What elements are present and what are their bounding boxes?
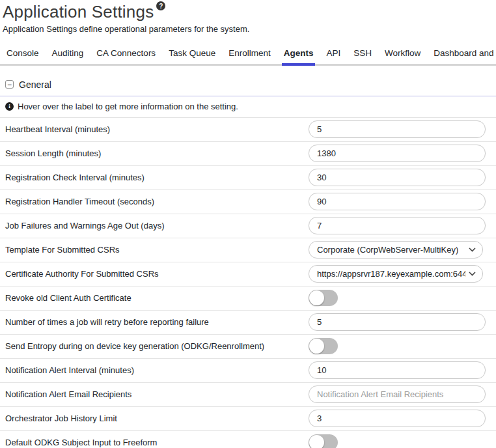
setting-row: Job Failures and Warnings Age Out (days) [0, 214, 496, 238]
setting-row: Notification Alert Email Recipients [0, 383, 496, 407]
application-settings-page: Application Settings? Application Settin… [0, 0, 496, 448]
default-odkg-freeform-toggle[interactable] [309, 434, 338, 448]
chevron-down-icon [469, 247, 476, 252]
page-subtitle: Application Settings define operational … [3, 24, 496, 34]
setting-label: Certificate Authority For Submitted CSRs [5, 269, 309, 279]
registration-check-interval-input[interactable] [309, 169, 486, 186]
revoke-old-client-auth-toggle[interactable] [309, 290, 338, 306]
setting-row: Notification Alert Interval (minutes) [0, 359, 496, 383]
setting-row: Session Length (minutes) [0, 142, 496, 166]
setting-row: Registration Handler Timeout (seconds) [0, 190, 496, 214]
toggle-knob [309, 290, 324, 305]
page-header: Application Settings? [3, 1, 496, 22]
certificate-authority-for-submitted-csrs-select[interactable]: https://appsrvr187.keyexample.com:6447\C… [309, 265, 483, 283]
select-value: Corporate (CorpWebServer-MultiKey) [317, 245, 458, 255]
setting-label: Job Failures and Warnings Age Out (days) [5, 221, 309, 231]
setting-label: Registration Check Interval (minutes) [5, 173, 309, 182]
setting-row: Revoke old Client Auth Certificate [0, 287, 496, 311]
setting-row: Default ODKG Subject Input to Freeform [0, 431, 496, 448]
setting-label: Notification Alert Interval (minutes) [5, 365, 309, 375]
setting-label: Template For Submitted CSRs [5, 245, 309, 255]
session-length-input[interactable] [309, 145, 486, 162]
section-general-header[interactable]: − General [0, 75, 496, 96]
page-title: Application Settings [3, 2, 154, 21]
tab-dashboard-and-reports[interactable]: Dashboard and Reports [432, 44, 496, 64]
tab-agents[interactable]: Agents [282, 44, 316, 66]
section-title: General [19, 79, 51, 90]
settings-list: Heartbeat Interval (minutes) Session Len… [0, 118, 496, 448]
select-value: https://appsrvr187.keyexample.com:6447\C… [317, 269, 465, 279]
chevron-down-icon [469, 272, 476, 276]
setting-label: Heartbeat Interval (minutes) [5, 124, 309, 134]
job-retry-count-input[interactable] [309, 313, 486, 331]
setting-label: Registration Handler Timeout (seconds) [5, 197, 309, 206]
heartbeat-interval-input[interactable] [309, 120, 486, 138]
setting-row: Heartbeat Interval (minutes) [0, 118, 496, 142]
setting-row: Template For Submitted CSRs Corporate (C… [0, 238, 496, 262]
tab-console[interactable]: Console [5, 44, 41, 64]
toggle-knob [309, 339, 324, 354]
tab-api[interactable]: API [324, 44, 342, 64]
setting-row: Certificate Authority For Submitted CSRs… [0, 262, 496, 287]
template-for-submitted-csrs-select[interactable]: Corporate (CorpWebServer-MultiKey) [309, 241, 483, 259]
setting-label: Notification Alert Email Recipients [5, 389, 309, 399]
tab-task-queue[interactable]: Task Queue [167, 44, 217, 64]
send-entropy-odkg-toggle[interactable] [309, 338, 338, 354]
setting-label: Revoke old Client Auth Certificate [5, 293, 309, 303]
info-note-text: Hover over the label to get more informa… [18, 102, 238, 111]
registration-handler-timeout-input[interactable] [309, 193, 486, 210]
setting-label: Number of times a job will retry before … [5, 317, 309, 327]
setting-row: Send Entropy during on device key genera… [0, 335, 496, 359]
tab-ca-connectors[interactable]: CA Connectors [94, 44, 158, 64]
collapse-icon[interactable]: − [5, 80, 14, 89]
setting-label: Session Length (minutes) [5, 148, 309, 158]
tab-enrollment[interactable]: Enrollment [227, 44, 273, 64]
tab-auditing[interactable]: Auditing [50, 44, 86, 64]
notification-alert-interval-input[interactable] [309, 361, 486, 379]
setting-row: Number of times a job will retry before … [0, 311, 496, 335]
job-failures-age-out-input[interactable] [309, 217, 486, 234]
orchestrator-job-history-limit-input[interactable] [309, 410, 486, 427]
help-icon[interactable]: ? [156, 1, 165, 10]
setting-label: Default ODKG Subject Input to Freeform [5, 438, 309, 447]
setting-row: Orchestrator Job History Limit [0, 407, 496, 431]
tab-ssh[interactable]: SSH [351, 44, 374, 64]
notification-alert-email-recipients-input[interactable] [309, 385, 486, 403]
info-icon: i [5, 102, 14, 111]
toggle-knob [309, 435, 324, 448]
tab-workflow[interactable]: Workflow [383, 44, 422, 64]
info-note: i Hover over the label to get more infor… [0, 96, 496, 118]
setting-label: Send Entropy during on device key genera… [5, 341, 309, 351]
tab-bar: Console Auditing CA Connectors Task Queu… [0, 44, 496, 66]
setting-row: Registration Check Interval (minutes) [0, 166, 496, 190]
setting-label: Orchestrator Job History Limit [5, 413, 309, 423]
